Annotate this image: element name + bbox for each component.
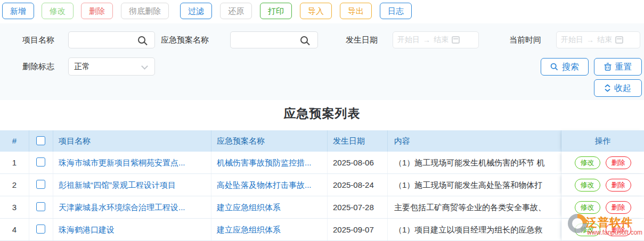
row-edit-button[interactable]: 修改 (575, 201, 600, 214)
arrow-right-icon: → (423, 36, 430, 44)
row-checkbox-cell (29, 196, 53, 218)
content-cell: （1）施工现场可能发生高处坠落和物体打 (388, 174, 561, 196)
table-row: 4 珠海鹤港口建设 建立应急组织体系 2025-09-07 （1）项目建立以项目… (0, 219, 644, 241)
filter-panel: 项目名称 应急预案名称 发生日期 开始日 → 结束 当前时间 开始日 → 结束 … (0, 23, 644, 100)
delete-flag-value: 正常 (74, 62, 90, 71)
search-button[interactable]: 搜索 (541, 58, 589, 76)
row-edit-button[interactable]: 修改 (575, 156, 600, 169)
import-button[interactable]: 导入 (300, 3, 332, 19)
row-delete-button[interactable]: 删除 (606, 156, 631, 169)
table-header-row: # 项目名称 应急预案名称 发生日期 内容 操作 (0, 130, 644, 152)
project-name-label: 项目名称 (22, 31, 54, 48)
calendar-icon (452, 36, 460, 44)
date-end-placeholder: 结束 (597, 35, 612, 45)
log-button[interactable]: 日志 (380, 3, 412, 19)
occur-date-range-input[interactable]: 开始日 → 结束 (393, 31, 479, 48)
export-button[interactable]: 导出 (340, 3, 372, 19)
date-cell: 2025-08-24 (328, 174, 388, 196)
row-delete-button[interactable]: 删除 (606, 201, 631, 214)
row-delete-button[interactable]: 删除 (606, 223, 631, 236)
date-start-placeholder: 开始日 (561, 35, 583, 45)
action-cell: 修改 删除 (561, 174, 644, 196)
row-number: 4 (0, 219, 29, 240)
restore-button[interactable]: 还原 (220, 3, 252, 19)
arrow-right-icon: → (586, 36, 594, 44)
add-button[interactable]: 新增 (2, 3, 34, 19)
project-name-cell[interactable]: 天津蒙城县水环境综合治理工程设... (53, 196, 211, 218)
row-checkbox[interactable] (36, 225, 45, 234)
header-action: 操作 (561, 130, 644, 152)
action-cell: 修改 删除 (561, 196, 644, 218)
delete-button[interactable]: 删除 (81, 3, 113, 19)
date-cell: 2025-07-28 (328, 196, 388, 218)
calendar-icon (615, 36, 623, 44)
row-number: 1 (0, 152, 29, 173)
modify-button[interactable]: 修改 (42, 3, 74, 19)
row-checkbox[interactable] (36, 202, 45, 211)
select-all-checkbox[interactable] (36, 136, 45, 145)
row-edit-button[interactable]: 修改 (575, 223, 600, 236)
date-cell: 2025-08-06 (328, 152, 388, 173)
delete-flag-label: 删除标志 (22, 58, 54, 75)
emergency-plan-page: 新增 修改 删除 彻底删除 过滤 还原 打印 导入 导出 日志 项目名称 应急预… (0, 0, 644, 241)
header-date: 发生日期 (328, 130, 388, 152)
print-button[interactable]: 打印 (260, 3, 292, 19)
plan-name-cell[interactable]: 建立应急组织体系 (211, 196, 328, 218)
project-name-cell[interactable]: 珠海鹤港口建设 (53, 219, 211, 240)
plan-name-cell[interactable]: 建立应急组织体系 (211, 219, 328, 240)
table-row: 2 彭祖新城“四馆”景观工程设计项目 高处坠落及物体打击事故... 2025-0… (0, 174, 644, 196)
plan-name-cell[interactable]: 高处坠落及物体打击事故... (211, 174, 328, 196)
collapse-button[interactable]: 收起 (594, 79, 642, 97)
delete-flag-select[interactable]: 正常 (68, 57, 155, 76)
trash-icon (604, 63, 612, 71)
search-icon[interactable] (300, 36, 308, 44)
collapse-icon (605, 84, 610, 92)
search-icon[interactable] (138, 36, 145, 44)
row-checkbox-cell (29, 219, 53, 240)
action-cell: 修改 删除 (561, 219, 644, 240)
content-cell: （1）施工现场可能发生机械伤害的环节 机 (388, 152, 561, 173)
table-row: 1 珠海市城市更新项目紫桐苑安置点... 机械伤害事故预防监控措... 2025… (0, 152, 644, 174)
current-time-label: 当前时间 (509, 31, 541, 48)
header-num: # (0, 130, 29, 152)
header-plan: 应急预案名称 (211, 130, 328, 152)
plan-name-cell[interactable]: 机械伤害事故预防监控措... (211, 152, 328, 173)
header-checkbox-cell (29, 130, 53, 152)
row-edit-button[interactable]: 修改 (575, 179, 600, 192)
project-name-cell[interactable]: 珠海市城市更新项目紫桐苑安置点... (53, 152, 211, 173)
occur-date-label: 发生日期 (346, 31, 378, 48)
row-checkbox-cell (29, 152, 53, 173)
page-title: 应急预案列表 (0, 105, 644, 122)
chevron-down-icon (141, 63, 148, 70)
project-name-cell[interactable]: 彭祖新城“四馆”景观工程设计项目 (53, 174, 211, 196)
date-cell: 2025-09-07 (328, 219, 388, 240)
row-number: 3 (0, 196, 29, 218)
row-checkbox[interactable] (36, 157, 45, 167)
date-start-placeholder: 开始日 (397, 35, 420, 45)
current-time-range-input[interactable]: 开始日 → 结束 (556, 31, 640, 48)
purge-delete-button[interactable]: 彻底删除 (121, 3, 169, 19)
plan-name-label: 应急预案名称 (161, 31, 209, 48)
header-content: 内容 (388, 130, 561, 152)
toolbar: 新增 修改 删除 彻底删除 过滤 还原 打印 导入 导出 日志 (0, 0, 644, 23)
action-cell: 修改 删除 (561, 152, 644, 173)
row-checkbox-cell (29, 174, 53, 196)
row-checkbox[interactable] (36, 180, 45, 189)
search-icon (550, 63, 558, 71)
row-delete-button[interactable]: 删除 (606, 179, 631, 192)
reset-button[interactable]: 重置 (594, 58, 642, 76)
row-number: 2 (0, 174, 29, 196)
content-cell: 主要包括工矿商贸等企业的各类安全事故、 (388, 196, 561, 218)
filter-button[interactable]: 过滤 (180, 3, 212, 19)
date-end-placeholder: 结束 (434, 35, 449, 45)
table-row: 3 天津蒙城县水环境综合治理工程设... 建立应急组织体系 2025-07-28… (0, 196, 644, 219)
header-project: 项目名称 (53, 130, 211, 152)
content-cell: （1）项目建立以项目经理为组长的应急救 (388, 219, 561, 240)
